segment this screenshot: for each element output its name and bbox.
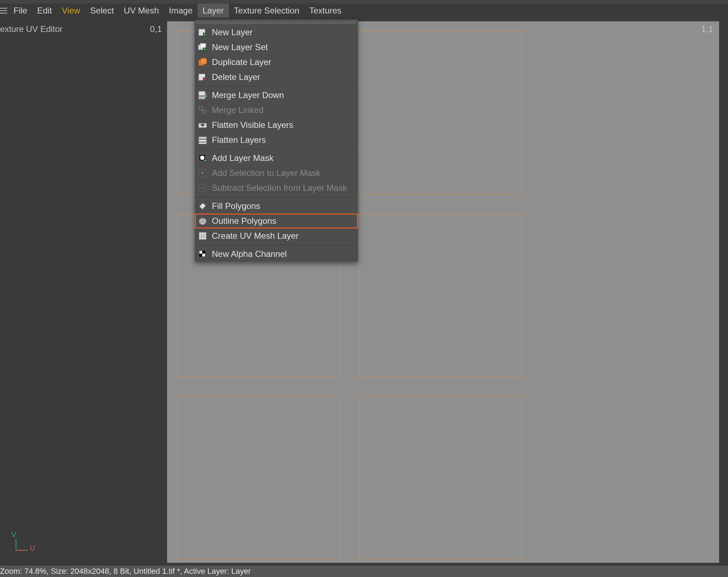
menu-item-label: Create UV Mesh Layer [212,231,299,241]
menu-item-flatten-visible[interactable]: Flatten Visible Layers [195,118,358,133]
menu-textures[interactable]: Textures [304,4,347,18]
menu-item-label: Merge Linked [212,105,263,115]
menu-item-new-layer-set[interactable]: New Layer Set [195,40,358,55]
menu-separator [195,245,358,245]
uv-coord-top-right: 1,1 [701,24,713,34]
panel-title: exture UV Editor [0,24,63,34]
menu-item-fill-polygons[interactable]: Fill Polygons [195,199,358,214]
menu-item-merge-linked: Merge Linked [195,103,358,118]
svg-rect-26 [202,254,205,257]
layer-menu-dropdown: New Layer New Layer Set Duplicate Layer … [195,19,358,261]
menubar: File Edit View Select UV Mesh Image Laye… [0,4,728,18]
axis-v-line [16,539,16,551]
menu-item-duplicate-layer[interactable]: Duplicate Layer [195,55,358,70]
menu-item-create-uv-mesh-layer[interactable]: Create UV Mesh Layer [195,228,358,243]
menu-uv-mesh[interactable]: UV Mesh [119,4,164,18]
menu-item-add-layer-mask[interactable]: Add Layer Mask [195,151,358,166]
top-toolbar-strip [0,0,728,4]
outline-polygons-icon [197,215,208,227]
hamburger-icon[interactable] [0,4,9,18]
menu-item-merge-down[interactable]: Merge Layer Down [195,88,358,103]
menu-item-delete-layer[interactable]: Delete Layer [195,70,358,85]
menu-item-label: New Layer [212,27,253,37]
menu-separator [195,86,358,86]
merge-down-icon [197,90,208,101]
menu-image[interactable]: Image [164,4,198,18]
menu-item-outline-polygons[interactable]: Outline Polygons [195,214,358,228]
menu-layer[interactable]: Layer [198,4,229,18]
menu-grip[interactable] [197,21,356,24]
new-layer-icon [197,27,208,38]
menu-item-add-selection-mask: Add Selection to Layer Mask [195,166,358,180]
fill-polygons-icon [197,200,208,212]
menu-item-new-layer[interactable]: New Layer [195,25,358,40]
status-bar: Zoom: 74.8%, Size: 2048x2048, 8 Bit, Unt… [0,566,728,577]
new-alpha-icon [197,248,208,260]
new-layer-set-icon [197,42,208,53]
menu-item-label: Fill Polygons [212,201,260,211]
menu-item-subtract-selection-mask: Subtract Selection from Layer Mask [195,180,358,195]
uv-island [177,397,340,560]
svg-rect-17 [199,142,207,144]
flatten-layers-icon [197,134,208,146]
axis-u-line [16,550,28,551]
svg-rect-23 [199,232,206,239]
svg-rect-6 [201,58,207,64]
menu-item-label: New Alpha Channel [212,249,287,259]
uv-mesh-layer-icon [197,230,208,242]
menu-item-label: Duplicate Layer [212,57,271,67]
svg-rect-16 [199,140,207,142]
menu-item-label: Subtract Selection from Layer Mask [212,183,347,193]
sub-sel-mask-icon [197,182,208,194]
merge-linked-icon [197,104,208,116]
menu-separator [195,197,358,197]
delete-layer-icon [197,71,208,83]
menu-item-label: Merge Layer Down [212,90,284,100]
uv-coord-top-left: 0,1 [150,24,162,34]
menu-item-label: New Layer Set [212,42,268,52]
menu-separator [195,149,358,149]
menu-item-label: Add Layer Mask [212,153,273,163]
menu-item-new-alpha-channel[interactable]: New Alpha Channel [195,247,358,261]
uv-island [359,397,522,560]
menu-file[interactable]: File [9,4,32,18]
menu-item-label: Outline Polygons [212,216,276,226]
menu-edit[interactable]: Edit [32,4,57,18]
axis-v-label: V [11,531,16,539]
svg-rect-25 [199,251,202,254]
menu-view[interactable]: View [57,4,85,18]
menu-select[interactable]: Select [85,4,119,18]
svg-rect-9 [199,91,205,96]
svg-point-14 [202,124,204,126]
uv-island [359,214,522,377]
svg-rect-15 [199,137,207,139]
uv-axis-indicator: V U [9,531,31,552]
add-mask-icon [197,152,208,164]
svg-rect-3 [200,43,206,48]
flatten-visible-icon [197,119,208,131]
menu-item-label: Flatten Layers [212,135,266,145]
menu-item-label: Add Selection to Layer Mask [212,168,321,178]
uv-island [359,31,522,195]
duplicate-layer-icon [197,56,208,68]
menu-item-label: Flatten Visible Layers [212,120,293,130]
add-sel-mask-icon [197,167,208,179]
svg-rect-10 [199,96,205,99]
menu-item-label: Delete Layer [212,72,260,82]
axis-u-label: U [30,544,35,552]
menu-texture-selection[interactable]: Texture Selection [229,4,304,18]
menu-item-flatten-layers[interactable]: Flatten Layers [195,133,358,147]
